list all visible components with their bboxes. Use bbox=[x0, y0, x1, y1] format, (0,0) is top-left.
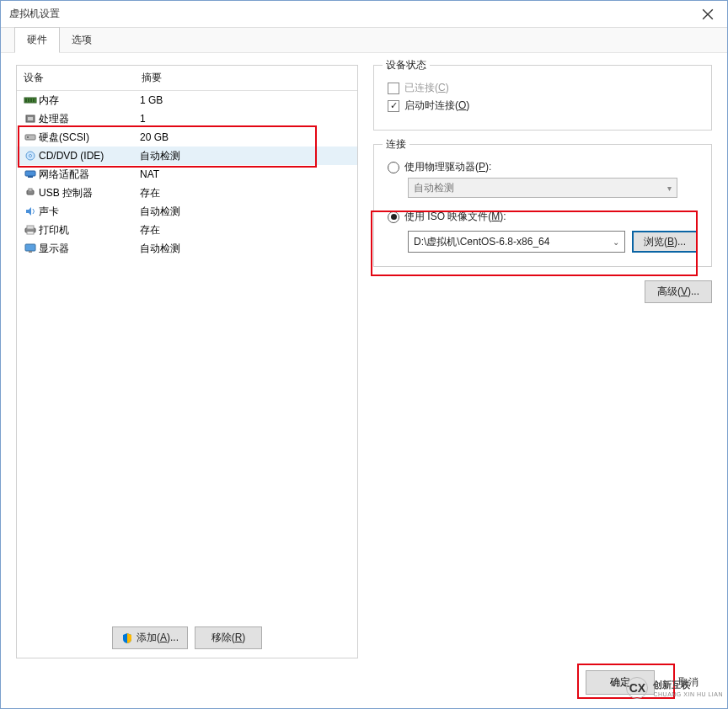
printer-icon bbox=[22, 224, 39, 236]
chevron-down-icon: ▾ bbox=[667, 184, 672, 193]
display-icon bbox=[22, 243, 39, 254]
device-list: 内存 1 GB 处理器 1 硬盘(SCSI) 20 GB CD/DVD (IDE… bbox=[17, 91, 357, 618]
svg-rect-18 bbox=[25, 244, 35, 251]
browse-label-post: )... bbox=[674, 236, 686, 248]
physical-drive-value: 自动检测 bbox=[414, 181, 454, 195]
col-summary: 摘要 bbox=[142, 71, 351, 85]
remove-label-pre: 移除( bbox=[211, 632, 235, 643]
use-physical-radio-row[interactable]: 使用物理驱动器(P): bbox=[388, 160, 698, 174]
physical-label-pre: 使用物理驱动器( bbox=[404, 161, 479, 173]
device-row-sound[interactable]: 声卡 自动检测 bbox=[17, 202, 357, 221]
add-button[interactable]: 添加(A)... bbox=[112, 626, 188, 649]
connect-on-label-post: ) bbox=[466, 99, 469, 111]
browse-label-u: B bbox=[667, 236, 674, 248]
device-row-network[interactable]: 网络适配器 NAT bbox=[17, 165, 357, 184]
device-name: 网络适配器 bbox=[39, 168, 140, 182]
physical-label-post: ): bbox=[485, 161, 491, 173]
device-row-memory[interactable]: 内存 1 GB bbox=[17, 91, 357, 109]
device-row-display[interactable]: 显示器 自动检测 bbox=[17, 239, 357, 258]
device-status-group: 设备状态 已连接(C) 启动时连接(O) bbox=[373, 65, 712, 131]
content-area: 设备 摘要 内存 1 GB 处理器 1 硬盘(SCSI) 20 GB bbox=[1, 53, 727, 662]
svg-rect-19 bbox=[29, 251, 32, 253]
iso-label-post: ): bbox=[500, 211, 506, 222]
device-name: 硬盘(SCSI) bbox=[39, 131, 140, 145]
device-name: 内存 bbox=[39, 93, 140, 108]
tab-options[interactable]: 选项 bbox=[60, 28, 104, 52]
svg-rect-4 bbox=[33, 99, 35, 102]
window-title: 虚拟机设置 bbox=[9, 7, 60, 21]
connected-label-post: ) bbox=[446, 82, 449, 93]
hdd-icon bbox=[22, 131, 39, 143]
advanced-row: 高级(V)... bbox=[373, 280, 712, 303]
svg-rect-2 bbox=[28, 99, 29, 102]
dialog-footer: 确定 取消 bbox=[1, 662, 727, 708]
device-summary: 自动检测 bbox=[140, 149, 352, 163]
device-name: 声卡 bbox=[39, 205, 140, 219]
device-name: USB 控制器 bbox=[39, 186, 140, 200]
memory-icon bbox=[22, 94, 39, 106]
close-button[interactable] bbox=[688, 1, 727, 28]
svg-rect-3 bbox=[30, 99, 32, 102]
device-row-printer[interactable]: 打印机 存在 bbox=[17, 221, 357, 239]
iso-path-input[interactable]: D:\虚拟机\CentOS-6.8-x86_64 ⌄ bbox=[408, 231, 625, 253]
device-row-hdd[interactable]: 硬盘(SCSI) 20 GB bbox=[17, 128, 357, 147]
iso-input-row: D:\虚拟机\CentOS-6.8-x86_64 ⌄ 浏览(B)... bbox=[408, 231, 698, 253]
svg-point-8 bbox=[27, 136, 29, 138]
device-summary: 自动检测 bbox=[140, 205, 352, 219]
logo-mark: CX bbox=[626, 677, 648, 699]
physical-drive-combo: 自动检测 ▾ bbox=[408, 178, 677, 198]
device-summary: 自动检测 bbox=[140, 242, 352, 256]
connect-on-poweron-row[interactable]: 启动时连接(O) bbox=[388, 99, 698, 113]
connected-label-u: C bbox=[438, 82, 446, 93]
svg-rect-11 bbox=[25, 171, 35, 176]
usb-icon bbox=[22, 187, 39, 199]
device-list-header: 设备 摘要 bbox=[17, 66, 357, 91]
shield-icon bbox=[121, 632, 133, 644]
iso-path-value: D:\虚拟机\CentOS-6.8-x86_64 bbox=[414, 235, 549, 249]
connect-on-label-u: O bbox=[458, 99, 466, 111]
cpu-icon bbox=[22, 113, 39, 125]
svg-point-10 bbox=[29, 155, 32, 157]
logo-text-bottom: CHUANG XIN HU LIAN bbox=[653, 691, 723, 697]
connect-on-poweron-checkbox[interactable] bbox=[388, 100, 399, 112]
use-iso-radio[interactable] bbox=[388, 211, 399, 223]
chevron-down-icon[interactable]: ⌄ bbox=[613, 237, 619, 247]
browse-label-pre: 浏览( bbox=[644, 236, 667, 248]
connected-checkbox-row: 已连接(C) bbox=[388, 81, 698, 95]
remove-label-post: ) bbox=[242, 632, 245, 643]
logo-text-top: 创新互联 bbox=[653, 679, 723, 691]
svg-rect-1 bbox=[25, 99, 27, 102]
tab-bar: 硬件 选项 bbox=[1, 28, 727, 53]
advanced-button[interactable]: 高级(V)... bbox=[645, 280, 712, 303]
network-icon bbox=[22, 168, 39, 180]
device-name: 处理器 bbox=[39, 112, 140, 126]
svg-rect-7 bbox=[25, 135, 35, 140]
connection-group: 连接 使用物理驱动器(P): 自动检测 ▾ 使用 ISO 映像文件(M): D:… bbox=[373, 144, 712, 267]
iso-label-pre: 使用 ISO 映像文件( bbox=[404, 211, 491, 222]
use-physical-radio[interactable] bbox=[388, 162, 399, 173]
connection-legend: 连接 bbox=[383, 137, 410, 152]
add-label-post: )... bbox=[167, 632, 179, 643]
add-label-u: A bbox=[160, 632, 167, 643]
device-row-usb[interactable]: USB 控制器 存在 bbox=[17, 184, 357, 202]
use-iso-radio-row[interactable]: 使用 ISO 映像文件(M): bbox=[388, 210, 698, 224]
browse-button[interactable]: 浏览(B)... bbox=[632, 231, 698, 253]
device-summary: 1 bbox=[140, 113, 352, 125]
device-row-cpu[interactable]: 处理器 1 bbox=[17, 109, 357, 128]
advanced-label-pre: 高级( bbox=[657, 285, 681, 297]
device-summary: 1 GB bbox=[140, 94, 352, 106]
iso-label-u: M bbox=[491, 211, 500, 222]
titlebar: 虚拟机设置 bbox=[1, 1, 727, 28]
device-name: CD/DVD (IDE) bbox=[39, 150, 140, 162]
device-summary: 存在 bbox=[140, 186, 352, 200]
svg-rect-17 bbox=[27, 232, 34, 234]
vm-settings-window: 虚拟机设置 硬件 选项 设备 摘要 内存 1 GB 处 bbox=[0, 0, 728, 709]
device-row-cddvd[interactable]: CD/DVD (IDE) 自动检测 bbox=[17, 147, 357, 165]
device-summary: 存在 bbox=[140, 223, 352, 237]
device-status-legend: 设备状态 bbox=[383, 58, 430, 72]
advanced-label-u: V bbox=[681, 285, 688, 297]
tab-hardware[interactable]: 硬件 bbox=[14, 27, 60, 53]
remove-button[interactable]: 移除(R) bbox=[195, 626, 262, 649]
cddvd-icon bbox=[22, 150, 39, 162]
svg-rect-6 bbox=[28, 117, 33, 120]
